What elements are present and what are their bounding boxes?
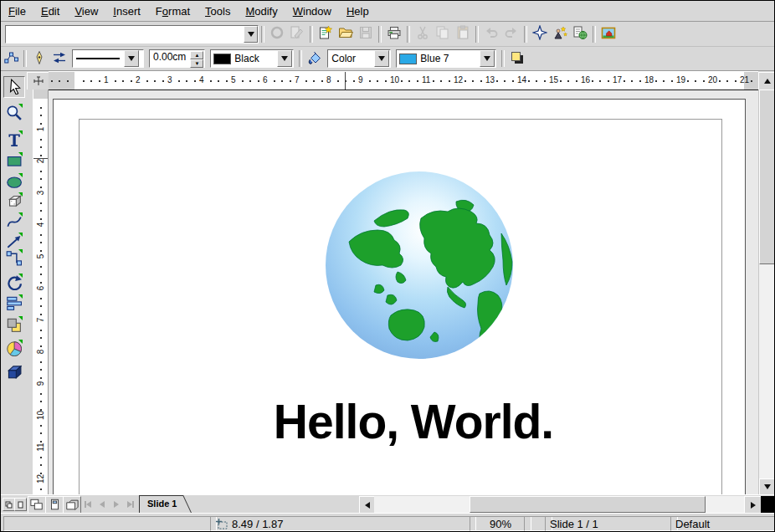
url-combobox[interactable] bbox=[5, 25, 259, 43]
cut-icon bbox=[415, 25, 430, 43]
line-style-select[interactable] bbox=[72, 49, 144, 68]
fill-color-arrow[interactable] bbox=[480, 50, 495, 67]
ellipse-tool[interactable] bbox=[3, 172, 23, 192]
line-color-arrow[interactable] bbox=[277, 50, 292, 67]
line-dialog-button[interactable] bbox=[29, 49, 49, 69]
layer-view-button[interactable] bbox=[63, 496, 81, 514]
zoom-tool[interactable] bbox=[3, 103, 23, 123]
vertical-scrollbar[interactable] bbox=[758, 90, 775, 494]
menu-insert[interactable]: Insert bbox=[105, 3, 148, 20]
save-button[interactable] bbox=[356, 24, 376, 44]
slide-page[interactable]: Hello, World. bbox=[53, 99, 746, 494]
toolbar-separator bbox=[378, 26, 382, 43]
next-slide-button[interactable] bbox=[110, 496, 123, 512]
slide-title-text[interactable]: Hello, World. bbox=[204, 394, 623, 449]
scroll-right-button[interactable] bbox=[744, 496, 762, 514]
objects-3d-tool[interactable] bbox=[3, 192, 23, 212]
print-button[interactable] bbox=[384, 24, 404, 44]
paste-button[interactable] bbox=[453, 24, 473, 44]
line-width-spinner[interactable]: 0.00cm ▲ ▼ bbox=[149, 49, 205, 68]
status-zoom-panel[interactable]: 90% bbox=[470, 516, 531, 531]
menu-edit[interactable]: Edit bbox=[33, 3, 67, 20]
controller-3d-tool[interactable] bbox=[3, 362, 23, 382]
menu-format[interactable]: Format bbox=[148, 3, 198, 20]
status-slide-panel[interactable]: Slide 1 / 1 bbox=[545, 516, 678, 531]
corner-button-1[interactable] bbox=[3, 498, 15, 511]
scroll-down-button[interactable] bbox=[759, 478, 775, 495]
menu-window[interactable]: Window bbox=[285, 3, 339, 20]
text-tool[interactable] bbox=[3, 130, 23, 150]
vertical-ruler[interactable]: 123456789101112 bbox=[26, 90, 49, 494]
insert-effects-tool[interactable] bbox=[3, 339, 23, 359]
corner-button-2[interactable] bbox=[14, 498, 27, 511]
fill-color-label: Blue 7 bbox=[417, 53, 479, 64]
gallery-button[interactable] bbox=[598, 24, 618, 44]
line-style-arrow[interactable] bbox=[124, 50, 139, 67]
area-dialog-button[interactable] bbox=[305, 49, 325, 69]
menu-help[interactable]: Help bbox=[339, 3, 377, 20]
shadow-button[interactable] bbox=[507, 49, 527, 69]
application-window: FileEditViewInsertFormatToolsModifyWindo… bbox=[0, 0, 775, 532]
redo-icon bbox=[504, 25, 519, 43]
alignment-tool[interactable] bbox=[3, 294, 23, 314]
master-view-button[interactable] bbox=[45, 496, 64, 514]
url-combobox-arrow[interactable] bbox=[244, 26, 258, 43]
fill-color-select[interactable]: Blue 7 bbox=[396, 49, 496, 68]
url-input[interactable] bbox=[6, 26, 244, 41]
globe-image[interactable] bbox=[324, 168, 515, 362]
copy-button[interactable] bbox=[433, 24, 453, 44]
curve-tool[interactable] bbox=[3, 212, 23, 232]
status-empty-panel bbox=[3, 516, 217, 531]
spin-down-button[interactable]: ▼ bbox=[190, 59, 203, 68]
undo-button[interactable] bbox=[481, 24, 501, 44]
status-position-panel[interactable]: 8.49 / 1.87 bbox=[210, 516, 476, 531]
ruler-origin-button[interactable] bbox=[27, 72, 49, 90]
spin-up-button[interactable]: ▲ bbox=[190, 51, 203, 59]
edit-file-button[interactable] bbox=[287, 24, 307, 44]
paste-icon bbox=[455, 25, 470, 43]
horizontal-ruler[interactable]: 123456789101112131415161718192021 bbox=[49, 71, 758, 91]
line-color-select[interactable]: Black bbox=[210, 49, 294, 68]
navigator-icon bbox=[532, 25, 547, 43]
rotate-tool[interactable] bbox=[3, 273, 23, 293]
open-button[interactable] bbox=[336, 24, 356, 44]
menu-tools[interactable]: Tools bbox=[198, 3, 238, 20]
horizontal-scrollbar[interactable] bbox=[374, 496, 744, 513]
hyperlink-button[interactable] bbox=[570, 24, 590, 44]
autopilot-button[interactable] bbox=[550, 24, 570, 44]
slide-indicator: Slide 1 / 1 bbox=[550, 518, 598, 530]
slide-view-button[interactable] bbox=[28, 496, 46, 514]
navigator-button[interactable] bbox=[530, 24, 550, 44]
select-tool[interactable] bbox=[3, 76, 25, 98]
menu-file[interactable]: File bbox=[1, 3, 33, 20]
fill-type-arrow[interactable] bbox=[374, 50, 389, 67]
stop-button[interactable] bbox=[267, 24, 287, 44]
toolbar-separator bbox=[501, 50, 505, 67]
redo-button[interactable] bbox=[501, 24, 521, 44]
arrange-tool[interactable] bbox=[3, 315, 23, 335]
last-slide-button[interactable] bbox=[124, 496, 137, 512]
slide-tab-label: Slide 1 bbox=[147, 499, 177, 509]
edit-points-button[interactable] bbox=[1, 49, 21, 69]
cut-button[interactable] bbox=[413, 24, 433, 44]
scroll-left-button[interactable] bbox=[359, 496, 376, 514]
page-mini-icon bbox=[17, 501, 24, 509]
rectangle-tool[interactable] bbox=[3, 151, 23, 171]
status-page-style-panel[interactable]: Default bbox=[670, 516, 775, 531]
connector-tool[interactable] bbox=[3, 248, 23, 269]
arrow-style-button[interactable] bbox=[49, 49, 69, 69]
cursor-position: 8.49 / 1.87 bbox=[232, 518, 283, 530]
page-style: Default bbox=[675, 518, 710, 530]
menu-view[interactable]: View bbox=[67, 3, 105, 20]
scroll-up-button[interactable] bbox=[758, 72, 775, 90]
menu-modify[interactable]: Modify bbox=[238, 3, 285, 20]
slide-canvas[interactable]: Hello, World. bbox=[49, 90, 758, 494]
new-document-button[interactable] bbox=[316, 24, 336, 44]
fill-type-select[interactable]: Color bbox=[327, 49, 391, 68]
first-slide-button[interactable] bbox=[81, 496, 95, 512]
flyout-indicator-icon bbox=[18, 152, 23, 156]
arrow-up-icon bbox=[764, 79, 771, 84]
horizontal-scroll-thumb[interactable] bbox=[470, 496, 706, 513]
previous-slide-button[interactable] bbox=[95, 496, 109, 512]
vertical-scroll-thumb[interactable] bbox=[759, 90, 775, 264]
